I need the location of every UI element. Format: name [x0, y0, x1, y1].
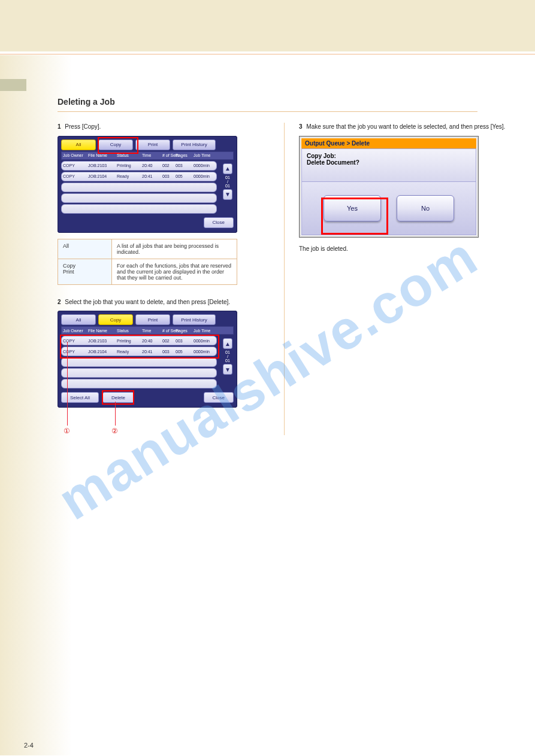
table-row[interactable]: COPY JOB:2104 Ready 20:41 003 005 0000mi… — [61, 347, 217, 356]
page-indicator: 01 / 01 — [225, 175, 230, 188]
cell-owner: COPY — [62, 350, 87, 354]
table-row[interactable]: COPY JOB:2103 Printing 20:40 002 003 000… — [61, 161, 217, 171]
step-1: 1 Press [Copy]. — [58, 123, 270, 131]
col-file: File Name — [87, 329, 116, 333]
step-2-text: Select the job that you want to delete, … — [65, 299, 230, 305]
info-row2-head-1: Copy — [63, 263, 107, 269]
page-down-button[interactable]: ▼ — [223, 364, 232, 375]
table-row: . — [61, 379, 217, 388]
cell-pages: 003 — [174, 339, 192, 343]
page-indicator: 01 / 01 — [225, 350, 230, 363]
delete-button[interactable]: Delete — [102, 392, 134, 403]
header-rule — [0, 54, 535, 54]
page-cur: 01 — [225, 175, 230, 180]
col-status: Status — [116, 153, 141, 157]
tab-print[interactable]: Print — [135, 139, 170, 150]
table-row: . — [61, 204, 217, 214]
delete-result-note: The job is deleted. — [299, 245, 511, 253]
callout-line-2 — [115, 402, 116, 426]
cell-file: JOB:2103 — [87, 339, 116, 343]
cell-time: 20:40 — [141, 339, 161, 343]
step-1-text-a: Press — [65, 123, 80, 130]
cell-jtime: 0000min — [192, 174, 217, 178]
col-status: Status — [116, 329, 141, 333]
info-row2-head: Copy Print — [58, 259, 112, 284]
tab-print-history[interactable]: Print History — [173, 314, 216, 325]
step-3-text: Make sure that the job you want to delet… — [306, 123, 505, 130]
section-tab-marker — [0, 79, 26, 91]
col-pages: Pages — [174, 329, 192, 333]
tab-copy[interactable]: Copy — [98, 314, 133, 325]
cell-status: Printing — [116, 339, 141, 343]
table-row: . — [61, 368, 217, 378]
header-band — [0, 0, 535, 51]
cell-status: Printing — [116, 163, 141, 168]
column-divider — [284, 123, 285, 435]
page-sep: / — [225, 180, 230, 184]
callout-area: ① ② — [58, 414, 270, 435]
cell-status: Ready — [116, 350, 141, 354]
page-tot: 01 — [225, 184, 230, 188]
pager: ▲ 01 / 01 ▼ — [223, 163, 232, 200]
dialog-line2: Delete Document? — [307, 159, 471, 166]
table-row[interactable]: COPY JOB:2103 Printing 20:40 002 003 000… — [61, 336, 217, 345]
info-row1-body: A list of all jobs that are being proces… — [112, 239, 237, 259]
cell-owner: COPY — [62, 339, 87, 343]
page-up-button[interactable]: ▲ — [223, 163, 232, 174]
cell-pages: 003 — [174, 163, 192, 168]
page-sep: / — [225, 354, 230, 359]
page-content: Deleting a Job 1 Press [Copy]. All Copy … — [0, 93, 535, 435]
right-column: 3 Make sure that the job you want to del… — [299, 123, 511, 435]
cell-pages: 005 — [174, 174, 192, 178]
col-jtime: Job Time — [192, 329, 217, 333]
tab-all[interactable]: All — [61, 314, 96, 325]
dialog-body: Copy Job: Delete Document? — [301, 148, 476, 182]
step-1-button-ref: [Copy] — [82, 123, 99, 130]
step-2-number: 2 — [58, 299, 61, 305]
cell-file: JOB:2104 — [87, 174, 116, 178]
callout-number-1: ① — [64, 427, 70, 435]
no-button[interactable]: No — [397, 195, 454, 221]
info-row2-head-2: Print — [63, 269, 107, 275]
close-button[interactable]: Close — [204, 392, 234, 403]
section-title: Deleting a Job — [0, 93, 535, 110]
step-3-number: 3 — [299, 123, 303, 130]
tab-print[interactable]: Print — [135, 314, 170, 325]
table-row[interactable]: COPY JOB:2104 Ready 20:41 003 005 0000mi… — [61, 172, 217, 181]
screenshot-job-list-all: All Copy Print Print History Job Owner F… — [58, 136, 237, 233]
yes-button[interactable]: Yes — [324, 195, 381, 221]
section-rule — [58, 111, 477, 112]
callout-line-1 — [67, 342, 68, 426]
info-row1-head: All — [58, 239, 112, 259]
screenshot-job-list-copy: All Copy Print Print History Job Owner F… — [58, 311, 237, 408]
info-row2-body: For each of the functions, jobs that are… — [112, 259, 237, 284]
step-1-text-b: . — [99, 123, 101, 130]
step-2: 2 Select the job that you want to delete… — [58, 298, 270, 306]
cell-status: Ready — [116, 174, 141, 178]
tab-copy[interactable]: Copy — [98, 139, 133, 150]
table-header: Job Owner File Name Status Time # of Set… — [61, 326, 234, 335]
pager: ▲ 01 / 01 ▼ — [223, 338, 232, 375]
cell-sets: 003 — [161, 174, 174, 178]
col-jtime: Job Time — [192, 153, 217, 157]
dialog-title: Output Queue > Delete — [301, 138, 476, 148]
page-up-button[interactable]: ▲ — [223, 338, 232, 349]
cell-pages: 005 — [174, 350, 192, 354]
tab-all[interactable]: All — [61, 139, 96, 150]
col-pages: Pages — [174, 153, 192, 157]
left-column: 1 Press [Copy]. All Copy Print Print His… — [58, 123, 270, 435]
page-number: 2-4 — [24, 742, 34, 749]
col-sets: # of Sets — [161, 153, 174, 157]
table-row: . — [61, 357, 217, 367]
cell-time: 20:41 — [141, 350, 161, 354]
col-sets: # of Sets — [161, 329, 174, 333]
tab-explanation-table: All A list of all jobs that are being pr… — [58, 239, 237, 285]
col-file: File Name — [87, 153, 116, 157]
tab-print-history[interactable]: Print History — [173, 139, 216, 150]
close-button[interactable]: Close — [204, 217, 234, 228]
cell-file: JOB:2104 — [87, 350, 116, 354]
cell-jtime: 0000min — [192, 339, 217, 343]
page-down-button[interactable]: ▼ — [223, 189, 232, 200]
cell-jtime: 0000min — [192, 163, 217, 168]
col-time: Time — [141, 329, 161, 333]
